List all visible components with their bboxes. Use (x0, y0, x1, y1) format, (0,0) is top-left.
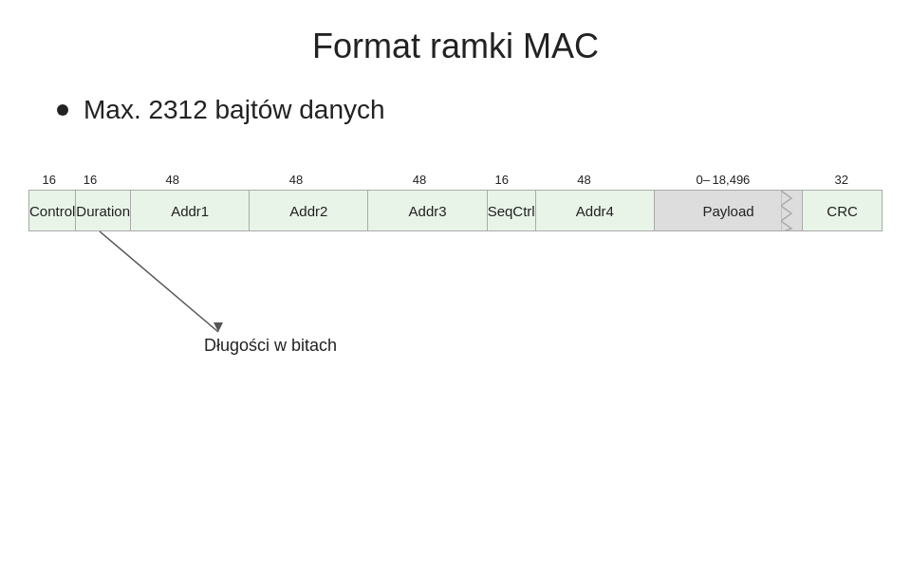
annotation-container: Długości w bitach (204, 336, 883, 356)
page-title: Format ramki MAC (0, 27, 911, 66)
bullet-point: Max. 2312 bajtów danych (57, 95, 911, 125)
cell-addr4: Addr4 (536, 191, 655, 230)
payload-zigzag (781, 191, 802, 230)
bullet-dot (57, 104, 68, 116)
bit-label-crc: 32 (800, 173, 883, 187)
cell-seqctrl: SeqCtrl (488, 191, 536, 230)
frame-container: 16 16 48 48 48 16 48 0– 18,496 32 Contro… (28, 173, 883, 356)
bullet-text: Max. 2312 bajtów danych (84, 95, 385, 125)
cell-control: Control (29, 191, 76, 230)
bit-label-addr2: 48 (234, 173, 358, 187)
bit-label-seqctrl: 16 (481, 173, 522, 187)
bit-labels-row: 16 16 48 48 48 16 48 0– 18,496 32 (28, 173, 883, 187)
bit-label-addr1: 48 (111, 173, 234, 187)
diagram-area: Control Duration Addr1 Addr2 Addr3 SeqCt… (28, 190, 883, 231)
cell-crc: CRC (803, 191, 882, 230)
annotation-text: Długości w bitach (204, 336, 337, 355)
arrow-line (100, 231, 218, 332)
bit-label-addr3: 48 (358, 173, 481, 187)
payload-label: Payload (702, 203, 753, 219)
cell-addr3: Addr3 (368, 191, 487, 230)
bit-label-addr4: 48 (523, 173, 646, 187)
bit-label-control: 16 (28, 173, 69, 187)
arrow-head (214, 322, 223, 332)
cell-addr2: Addr2 (250, 191, 368, 230)
cell-payload: Payload (655, 191, 803, 230)
bit-label-duration: 16 (69, 173, 110, 187)
cell-addr1: Addr1 (131, 191, 250, 230)
bit-label-payload: 0– 18,496 (646, 173, 801, 187)
frame-cells: Control Duration Addr1 Addr2 Addr3 SeqCt… (28, 190, 883, 231)
cell-duration: Duration (76, 191, 131, 230)
